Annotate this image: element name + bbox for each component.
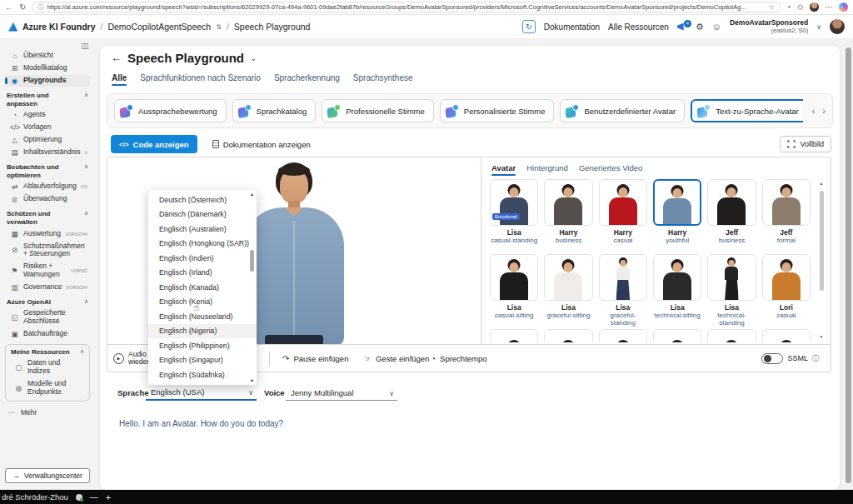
language-option-englisch-kenia[interactable]: Englisch (Kenia) bbox=[148, 295, 257, 310]
announcements-button[interactable]: 4 bbox=[677, 23, 687, 31]
sidebar-item-mehr[interactable]: ⋯ Mehr bbox=[7, 408, 88, 417]
feature-card-personalisierte-stimme[interactable]: Personalisierte Stimme bbox=[440, 99, 555, 122]
avatar-card-partial[interactable] bbox=[544, 329, 592, 342]
sidebar-item-agents[interactable]: ◔Agents bbox=[5, 109, 90, 121]
site-info-icon[interactable]: ⓘ bbox=[37, 3, 43, 12]
view-documentation-link[interactable]: Dokumentation anzeigen bbox=[212, 140, 311, 149]
avatar-card-lisa-technical-sitting[interactable] bbox=[653, 254, 701, 301]
avatar-card-partial[interactable] bbox=[599, 329, 647, 342]
panel-scrollbar[interactable]: ▲ ▼ bbox=[818, 181, 825, 339]
sidebar-item-übersicht[interactable]: ⌂Übersicht bbox=[5, 50, 90, 62]
language-option-deutsch-österreich[interactable]: Deutsch (Österreich) bbox=[148, 192, 257, 207]
address-bar[interactable]: ⓘ https://ai.azure.com/resource/playgrou… bbox=[32, 2, 780, 12]
sidebar-item-inhaltsverständnis[interactable]: ▤InhaltsverständnisVORSCHAU bbox=[5, 147, 90, 158]
bookmark-star-icon[interactable]: ☆ bbox=[768, 3, 774, 11]
language-select[interactable]: Englisch (USA) ∨ bbox=[146, 384, 257, 401]
product-name[interactable]: Azure KI Foundry bbox=[22, 22, 96, 32]
copilot-icon[interactable] bbox=[839, 2, 848, 12]
sidebar-item-auswertung[interactable]: ▦AuswertungVORSCHAU bbox=[5, 228, 90, 240]
panel-tab-generiertes-video[interactable]: Generiertes Video bbox=[579, 163, 642, 172]
tab-sprachfunktionen-nach-szenario[interactable]: Sprachfunktionen nach Szenario bbox=[140, 73, 261, 82]
fullscreen-button[interactable]: Vollbild bbox=[780, 136, 831, 152]
sidebar-collapse-icon[interactable]: ◫ bbox=[5, 42, 90, 50]
feature-card-aussprachebewertung[interactable]: Aussprachebewertung bbox=[114, 99, 227, 122]
browser-menu-icon[interactable]: ⋯ bbox=[825, 2, 833, 12]
sidebar-item-daten-und-indizes[interactable]: ▢Daten und Indizes bbox=[9, 357, 86, 377]
sidebar-item-schutzmaßnahmen-steuerungen[interactable]: ⊘Schutzmaßnahmen + Steuerungen bbox=[5, 241, 90, 261]
feature-card-benutzerdefinierter-avatar[interactable]: Benutzerdefinierter Avatar bbox=[560, 99, 685, 122]
avatar-card-lisa-casual-sitting[interactable] bbox=[490, 254, 538, 301]
sidebar-item-playgrounds[interactable]: ◉Playgrounds bbox=[5, 75, 90, 87]
avatar-card-harry-business[interactable] bbox=[544, 179, 592, 226]
expand-button[interactable]: + bbox=[106, 492, 111, 502]
language-option-englisch-philippinen[interactable]: Englisch (Philippinen) bbox=[148, 338, 257, 353]
sidebar-item-batchaufträge[interactable]: ▣Batchaufträge bbox=[5, 328, 90, 340]
avatar-card-lisa-graceful-standing[interactable] bbox=[599, 254, 647, 301]
language-option-englisch-irland[interactable]: Englisch (Irland) bbox=[148, 266, 257, 281]
sidebar-item-modellkatalog[interactable]: ⊞Modellkatalog bbox=[5, 62, 90, 74]
project-switch-icon[interactable]: ⇅ bbox=[216, 23, 222, 31]
language-option-englisch-kanada[interactable]: Englisch (Kanada) bbox=[148, 280, 257, 295]
admin-center-button[interactable]: → Verwaltungscenter bbox=[5, 468, 90, 483]
avatar-card-lisa-graceful-sitting[interactable] bbox=[544, 254, 592, 301]
account-selector[interactable]: DemoAvatarSponsored (eastus2, S0) bbox=[730, 19, 808, 34]
breadcrumb-project[interactable]: DemoCopilotAgentSpeech bbox=[107, 22, 211, 32]
sidebar-item-optimierung[interactable]: △Optimierung bbox=[5, 134, 90, 146]
language-option-englisch-singapur[interactable]: Englisch (Singapur) bbox=[148, 353, 257, 368]
avatar-card-jeff-business[interactable] bbox=[707, 179, 756, 226]
script-text-area[interactable]: Hello. I am an Avatar. How do you do tod… bbox=[119, 419, 283, 428]
tab-alle[interactable]: Alle bbox=[112, 73, 127, 82]
view-code-button[interactable]: </> Code anzeigen bbox=[111, 135, 197, 153]
sidebar-group-erstellen-und-anpassen[interactable]: Erstellen und anpassen∧ bbox=[7, 92, 88, 107]
sidebar-item-risiken-warnungen[interactable]: ⚑Risiken + WarnungenVORSCHAU bbox=[5, 261, 90, 281]
sidebar-group-azure-openai[interactable]: Azure OpenAI∧ bbox=[7, 298, 88, 307]
sidebar-item-gespeicherte-abschlüsse[interactable]: ◱Gespeicherte Abschlüsse bbox=[5, 307, 90, 327]
feature-card-sprachkatalog[interactable]: Sprachkatalog bbox=[232, 99, 317, 122]
ssml-toggle[interactable] bbox=[761, 353, 783, 364]
scrollbar-thumb[interactable] bbox=[820, 191, 824, 291]
avatar-card-lori-casual[interactable] bbox=[762, 254, 811, 301]
speaking-rate-button[interactable]: ◔ Sprechtempo bbox=[431, 345, 487, 372]
documentation-link[interactable]: Dokumentation bbox=[544, 22, 600, 32]
voice-select[interactable]: Jenny Multilingual ∨ bbox=[286, 384, 397, 401]
avatar-card-lisa-casual-standing[interactable]: Emotional bbox=[490, 179, 538, 226]
browser-refresh-icon[interactable]: ↻ bbox=[19, 2, 26, 12]
language-option-englisch-neuseeland[interactable]: Englisch (Neuseeland) bbox=[148, 309, 257, 324]
sidebar-group-beobachten-und-optimieren[interactable]: Beobachten und optimieren∧ bbox=[7, 163, 88, 179]
all-resources-link[interactable]: Alle Ressourcen bbox=[608, 22, 669, 32]
browser-favorites-icon[interactable]: ✩ bbox=[797, 2, 804, 12]
sidebar-item-überwachung[interactable]: ◎Überwachung bbox=[5, 193, 90, 205]
feature-card-text-zu-sprache-avatar[interactable]: Text-zu-Sprache-Avatar bbox=[691, 99, 803, 122]
language-option-englisch-australien[interactable]: Englisch (Australien) bbox=[148, 222, 257, 237]
language-option-englisch-südafrika[interactable]: Englisch (Südafrika) bbox=[148, 367, 257, 382]
copilot-panel-button[interactable]: ↻ bbox=[522, 20, 536, 33]
feedback-icon[interactable]: ☺ bbox=[712, 22, 721, 32]
scroll-down-icon[interactable]: ▼ bbox=[248, 378, 256, 383]
language-option-englisch-hongkong-sar[interactable]: Englisch (Hongkong (SAR)) bbox=[148, 237, 257, 252]
dropdown-scrollbar[interactable]: ▲ ▼ bbox=[248, 192, 256, 383]
settings-gear-icon[interactable]: ⚙ bbox=[696, 22, 704, 32]
tab-sprachsynthese[interactable]: Sprachsynthese bbox=[353, 73, 413, 82]
browser-collections-icon[interactable]: ◔ bbox=[786, 2, 791, 12]
user-avatar[interactable] bbox=[830, 19, 845, 34]
insert-pause-button[interactable]: ↷ Pause einfügen bbox=[282, 345, 348, 372]
avatar-card-lisa-technical-standing[interactable] bbox=[707, 254, 756, 301]
browser-profile-avatar[interactable] bbox=[810, 2, 819, 12]
scroll-up-icon[interactable]: ▲ bbox=[820, 181, 824, 186]
info-icon[interactable]: ⓘ bbox=[812, 354, 819, 363]
scroll-up-icon[interactable]: ▲ bbox=[250, 192, 254, 197]
panel-tab-hintergrund[interactable]: Hintergrund bbox=[526, 163, 568, 172]
sidebar-group-schützen-und-verwalten[interactable]: Schützen und verwalten∧ bbox=[7, 210, 88, 226]
title-chevron-icon[interactable]: ⌄ bbox=[250, 53, 257, 62]
carousel-prev-icon[interactable]: ‹ bbox=[812, 106, 816, 116]
scrollbar-thumb[interactable] bbox=[250, 250, 254, 272]
sidebar-item-ablaufverfolgung[interactable]: ⇄AblaufverfolgungVORSCHAU bbox=[5, 181, 90, 192]
avatar-card-partial[interactable] bbox=[653, 329, 701, 342]
avatar-card-harry-casual[interactable] bbox=[599, 179, 647, 226]
page-scrollbar-thumb[interactable] bbox=[846, 47, 851, 483]
avatar-card-partial[interactable] bbox=[707, 329, 756, 342]
language-option-dänisch-dänemark[interactable]: Dänisch (Dänemark) bbox=[148, 207, 257, 222]
chevron-down-icon[interactable]: ∨ bbox=[816, 23, 821, 31]
scroll-down-icon[interactable]: ▼ bbox=[818, 334, 825, 339]
avatar-card-jeff-formal[interactable] bbox=[762, 179, 811, 226]
